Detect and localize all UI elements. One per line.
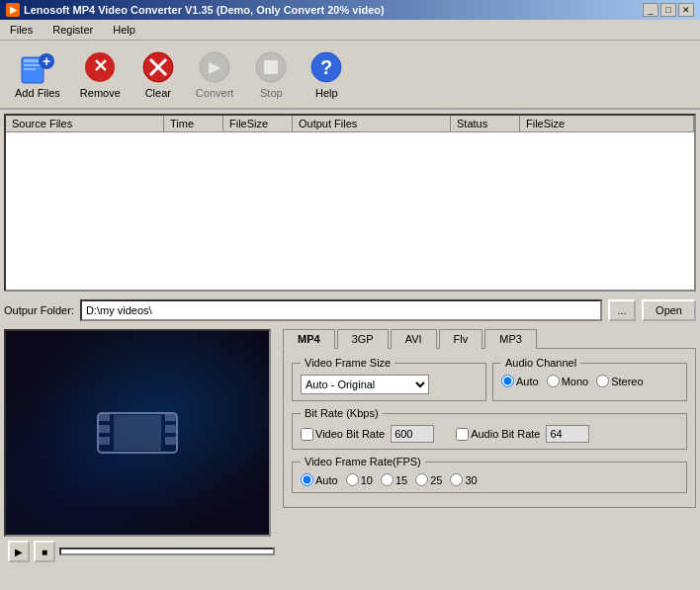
stop-button[interactable]: Stop xyxy=(244,44,298,104)
col-filesize1: FileSize xyxy=(223,116,293,131)
close-button[interactable]: ✕ xyxy=(678,3,694,17)
frame-rate-radios: Auto 10 15 25 xyxy=(301,473,678,486)
audio-stereo-radio[interactable] xyxy=(596,375,609,387)
open-button[interactable]: Open xyxy=(642,299,696,321)
audio-mono-label: Mono xyxy=(547,375,589,387)
convert-icon: ▶ xyxy=(197,49,232,85)
minimize-button[interactable]: _ xyxy=(643,3,658,17)
fps-25-label: 25 xyxy=(415,473,442,486)
file-list-body xyxy=(6,132,694,286)
audio-auto-label: Auto xyxy=(501,375,539,387)
fps-auto-label: Auto xyxy=(301,473,338,486)
stop-player-button[interactable]: ■ xyxy=(34,541,55,562)
fps-25-text: 25 xyxy=(430,474,442,486)
file-list-container: Source Files Time FileSize Output Files … xyxy=(4,114,696,292)
menu-help[interactable]: Help xyxy=(107,22,141,38)
convert-label: Convert xyxy=(196,87,234,99)
browse-button[interactable]: ... xyxy=(608,299,636,321)
player-controls: ▶ ■ xyxy=(4,537,279,566)
col-filesize2: FileSize xyxy=(520,116,694,131)
menu-files[interactable]: Files xyxy=(4,22,39,38)
convert-button[interactable]: ▶ Convert xyxy=(187,44,243,104)
svg-rect-23 xyxy=(165,437,177,445)
audio-bitrate-checkbox[interactable] xyxy=(456,428,469,441)
playback-progress[interactable] xyxy=(59,548,275,555)
remove-icon: ✕ xyxy=(82,49,118,85)
fps-30-label: 30 xyxy=(450,473,477,486)
help-button[interactable]: ? Help xyxy=(300,44,353,104)
tab-mp4[interactable]: MP4 xyxy=(283,329,335,349)
video-bitrate-checkbox-label: Video Bit Rate xyxy=(301,428,385,441)
play-button[interactable]: ▶ xyxy=(8,541,30,562)
stop-label: Stop xyxy=(260,87,283,99)
bottom-area: ▶ ■ MP4 3GP AVI Flv MP3 Video Frame Size… xyxy=(0,325,700,570)
svg-text:▶: ▶ xyxy=(209,58,221,75)
title-bar: ▶ Lenosoft MP4 Video Converter V1.35 (De… xyxy=(0,0,700,20)
fps-25-radio[interactable] xyxy=(415,473,428,486)
fps-30-text: 30 xyxy=(465,474,477,486)
clear-label: Clear xyxy=(145,87,171,99)
tab-3gp[interactable]: 3GP xyxy=(337,329,389,349)
fps-30-radio[interactable] xyxy=(450,473,463,486)
add-files-button[interactable]: + Add Files xyxy=(6,44,69,104)
output-folder-label: Outpur Folder: xyxy=(4,304,74,316)
clear-button[interactable]: Clear xyxy=(131,44,185,104)
audio-bitrate-input[interactable] xyxy=(546,425,589,443)
add-files-icon: + xyxy=(20,49,55,85)
audio-auto-text: Auto xyxy=(516,376,539,387)
svg-rect-20 xyxy=(98,437,110,445)
fps-10-text: 10 xyxy=(361,474,373,486)
preview-area xyxy=(4,329,271,537)
tab-mp3[interactable]: MP3 xyxy=(484,329,537,349)
svg-rect-3 xyxy=(24,68,36,70)
app-icon: ▶ xyxy=(6,3,20,17)
fps-auto-radio[interactable] xyxy=(301,473,313,486)
tab-content-mp4: Video Frame Size Auto - Original 320x240… xyxy=(283,348,696,508)
help-icon: ? xyxy=(308,49,344,85)
audio-mono-text: Mono xyxy=(562,376,589,387)
menu-register[interactable]: Register xyxy=(46,22,99,38)
file-list: Source Files Time FileSize Output Files … xyxy=(4,114,696,292)
audio-channel-legend: Audio Channel xyxy=(501,357,580,369)
svg-rect-21 xyxy=(165,413,177,421)
col-output-files: Output Files xyxy=(293,116,451,131)
col-source-files: Source Files xyxy=(6,116,164,131)
top-settings-row: Video Frame Size Auto - Original 320x240… xyxy=(292,357,687,407)
settings-area: MP4 3GP AVI Flv MP3 Video Frame Size Aut… xyxy=(283,329,696,566)
video-frame-rate-legend: Video Frame Rate(FPS) xyxy=(301,456,425,467)
preview-section: ▶ ■ xyxy=(4,329,279,566)
fps-10-radio[interactable] xyxy=(346,473,359,486)
audio-channel-radios: Auto Mono Stereo xyxy=(501,375,678,387)
col-time: Time xyxy=(164,116,223,131)
tab-flv[interactable]: Flv xyxy=(439,329,483,349)
toolbar: + Add Files ✕ Remove Clear ▶ xyxy=(0,41,700,110)
fps-15-radio[interactable] xyxy=(381,473,394,486)
maximize-button[interactable]: □ xyxy=(660,3,676,17)
remove-label: Remove xyxy=(80,87,121,99)
audio-bitrate-label: Audio Bit Rate xyxy=(471,428,540,440)
svg-rect-22 xyxy=(165,425,177,433)
add-files-label: Add Files xyxy=(15,87,60,99)
bit-rate-group: Bit Rate (Kbps) Video Bit Rate Audio Bit… xyxy=(292,407,687,450)
clear-icon xyxy=(140,49,176,85)
file-list-header: Source Files Time FileSize Output Files … xyxy=(6,116,694,132)
output-folder-input[interactable] xyxy=(80,299,602,321)
fps-10-label: 10 xyxy=(346,473,373,486)
audio-bitrate-checkbox-label: Audio Bit Rate xyxy=(456,428,540,441)
video-bitrate-checkbox[interactable] xyxy=(301,428,313,441)
svg-text:?: ? xyxy=(320,56,332,78)
audio-mono-radio[interactable] xyxy=(547,375,560,387)
menu-bar: Files Register Help xyxy=(0,20,700,41)
tab-avi[interactable]: AVI xyxy=(391,329,437,349)
svg-rect-18 xyxy=(98,413,110,421)
video-frame-size-select[interactable]: Auto - Original 320x240 640x480 1280x720 xyxy=(301,375,429,394)
audio-stereo-label: Stereo xyxy=(596,375,643,387)
svg-rect-14 xyxy=(264,60,278,74)
audio-auto-radio[interactable] xyxy=(501,375,514,387)
output-folder-row: Outpur Folder: ... Open xyxy=(0,295,700,325)
help-label: Help xyxy=(315,87,338,99)
remove-button[interactable]: ✕ Remove xyxy=(71,44,130,104)
col-status: Status xyxy=(451,116,520,131)
video-bitrate-input[interactable] xyxy=(391,425,434,443)
fps-15-text: 15 xyxy=(395,474,407,486)
